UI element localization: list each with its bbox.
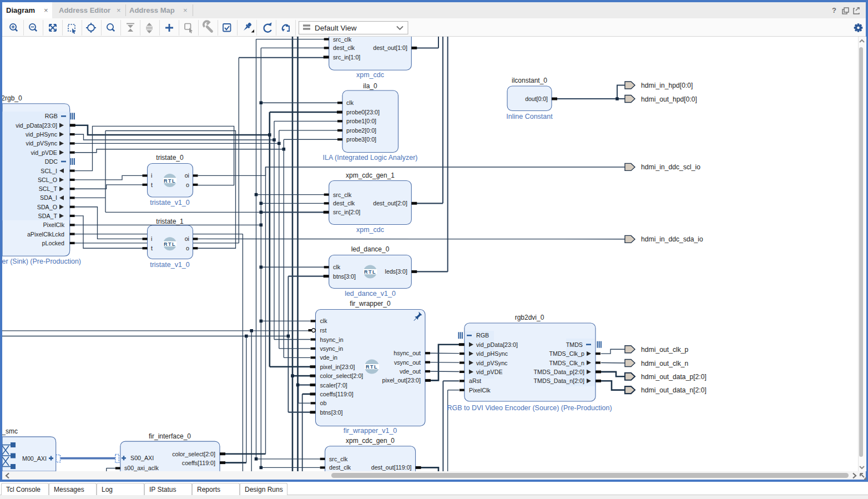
svg-text:tristate_0: tristate_0	[156, 154, 184, 162]
svg-text:ob: ob	[320, 400, 327, 406]
svg-text:tristate_v1_0: tristate_v1_0	[150, 199, 190, 206]
svg-text:Default View: Default View	[315, 24, 357, 32]
svg-text:oi: oi	[185, 235, 189, 242]
svg-text:vid_pVDE: vid_pVDE	[476, 369, 503, 375]
svg-text:SDA_I: SDA_I	[40, 194, 57, 201]
svg-text:pixel_in[23:0]: pixel_in[23:0]	[320, 364, 355, 370]
svg-text:M00_AXI: M00_AXI	[22, 455, 47, 462]
svg-text:src_clk: src_clk	[329, 456, 348, 462]
svg-text:PixelClk: PixelClk	[43, 221, 64, 228]
svg-text:clk: clk	[346, 99, 354, 106]
svg-text:fir_wrapper_v1_0: fir_wrapper_v1_0	[344, 427, 397, 435]
svg-text:o: o	[186, 182, 189, 188]
svg-text:vde_in: vde_in	[320, 354, 338, 361]
svg-text:RTL: RTL	[164, 178, 176, 184]
svg-text:dest_out[119:0]: dest_out[119:0]	[371, 464, 412, 471]
svg-text:axi_smc: axi_smc	[2, 427, 18, 435]
svg-text:i: i	[151, 235, 152, 242]
svg-text:color_select[2:0]: color_select[2:0]	[320, 372, 364, 379]
svg-text:vid_pHSync: vid_pHSync	[26, 131, 58, 138]
svg-text:rst: rst	[320, 327, 327, 334]
svg-text:coeffs[119:0]: coeffs[119:0]	[182, 460, 215, 466]
svg-text:dest_clk: dest_clk	[333, 200, 355, 206]
svg-text:scaler[7:0]: scaler[7:0]	[320, 382, 347, 389]
svg-text:vid_pHSync: vid_pHSync	[476, 350, 508, 357]
svg-text:dvi2rgb_0: dvi2rgb_0	[2, 94, 22, 102]
svg-text:SCL_O: SCL_O	[38, 177, 57, 183]
svg-text:SCL_T: SCL_T	[39, 185, 58, 192]
svg-text:src_clk: src_clk	[333, 191, 352, 198]
svg-text:fir_interface_0: fir_interface_0	[149, 432, 191, 440]
svg-text:RGB to DVI Video Encoder (Sour: RGB to DVI Video Encoder (Source) (Pre-P…	[447, 404, 612, 412]
svg-text:der (Sink) (Pre-Production): der (Sink) (Pre-Production)	[2, 258, 81, 265]
svg-text:hdmi_out_clk_p: hdmi_out_clk_p	[641, 346, 689, 354]
svg-text:dest_out[1:0]: dest_out[1:0]	[373, 44, 407, 51]
svg-text:RTL: RTL	[366, 364, 378, 370]
svg-text:t: t	[151, 182, 153, 188]
svg-text:TMDS_Data_p[2:0]: TMDS_Data_p[2:0]	[534, 369, 585, 375]
svg-text:vid_pData[23:0]: vid_pData[23:0]	[16, 122, 57, 129]
svg-text:s00_axi_aclk: s00_axi_aclk	[124, 465, 159, 471]
svg-text:hdmi_in_hpd[0:0]: hdmi_in_hpd[0:0]	[641, 82, 693, 89]
svg-text:xpm_cdc_gen_1: xpm_cdc_gen_1	[346, 172, 395, 179]
svg-text:pixel_out[23:0]: pixel_out[23:0]	[382, 377, 421, 384]
svg-text:hdmi_out_clk_n: hdmi_out_clk_n	[641, 360, 688, 367]
svg-text:RTL: RTL	[164, 241, 176, 247]
svg-text:TMDS_Clk_p: TMDS_Clk_p	[549, 350, 584, 357]
svg-text:Inline Constant: Inline Constant	[506, 113, 553, 120]
svg-text:i: i	[151, 172, 152, 179]
svg-text:rgb2dvi_0: rgb2dvi_0	[515, 314, 544, 321]
svg-text:leds[3:0]: leds[3:0]	[385, 268, 407, 275]
svg-text:src_in[2:0]: src_in[2:0]	[333, 209, 360, 215]
svg-text:dout[0:0]: dout[0:0]	[525, 95, 548, 102]
svg-text:tristate_v1_0: tristate_v1_0	[150, 261, 190, 269]
svg-text:clk: clk	[320, 317, 328, 324]
svg-text:tristate_1: tristate_1	[156, 218, 184, 225]
svg-text:dest_clk: dest_clk	[329, 464, 351, 471]
svg-text:SDA_T: SDA_T	[38, 213, 58, 219]
svg-text:hdmi_out_data_p[2:0]: hdmi_out_data_p[2:0]	[641, 373, 706, 381]
svg-text:o: o	[186, 245, 189, 251]
svg-text:SDA_O: SDA_O	[37, 204, 57, 210]
svg-text:hsync_out: hsync_out	[393, 350, 421, 356]
svg-text:probe3[0:0]: probe3[0:0]	[346, 136, 376, 143]
svg-text:ILA (Integrated Logic Analyzer: ILA (Integrated Logic Analyzer)	[323, 154, 418, 162]
svg-text:RGB: RGB	[476, 332, 489, 339]
svg-text:vid_pData[23:0]: vid_pData[23:0]	[476, 341, 518, 348]
svg-text:hdmi_in_ddc_scl_io: hdmi_in_ddc_scl_io	[641, 163, 700, 171]
svg-text:aRst: aRst	[469, 377, 481, 384]
svg-text:probe2[0:0]: probe2[0:0]	[346, 127, 376, 134]
svg-text:src_in[1:0]: src_in[1:0]	[333, 54, 360, 61]
svg-text:TMDS_Clk_n: TMDS_Clk_n	[549, 360, 584, 366]
svg-text:RTL: RTL	[364, 269, 376, 275]
svg-text:ilconstant_0: ilconstant_0	[512, 77, 547, 84]
svg-text:xpm_cdc_gen_0: xpm_cdc_gen_0	[346, 437, 395, 445]
svg-text:t: t	[151, 245, 153, 251]
svg-text:PixelClk: PixelClk	[469, 387, 491, 394]
svg-text:DDC: DDC	[45, 158, 58, 165]
svg-text:fir_wrapper_0: fir_wrapper_0	[350, 300, 391, 308]
svg-text:vid_pVSync: vid_pVSync	[476, 360, 508, 366]
svg-text:vsync_out: vsync_out	[394, 359, 421, 366]
svg-text:vid_pVDE: vid_pVDE	[31, 149, 57, 156]
svg-text:S00_AXI: S00_AXI	[130, 455, 154, 461]
svg-text:TMDS: TMDS	[566, 341, 583, 348]
svg-text:led_dance_v1_0: led_dance_v1_0	[345, 290, 396, 298]
svg-text:xpm_cdc: xpm_cdc	[356, 71, 384, 79]
svg-text:probe1[0:0]: probe1[0:0]	[346, 118, 376, 124]
svg-text:xpm_cdc: xpm_cdc	[356, 226, 384, 234]
svg-text:hdmi_in_ddc_sda_io: hdmi_in_ddc_sda_io	[641, 235, 703, 243]
svg-text:SCL_I: SCL_I	[41, 168, 57, 174]
svg-text:hdmi_out_hpd[0:0]: hdmi_out_hpd[0:0]	[641, 95, 697, 103]
svg-text:RGB: RGB	[45, 113, 58, 119]
svg-text:hdmi_out_data_n[2:0]: hdmi_out_data_n[2:0]	[641, 386, 706, 394]
svg-text:TMDS_Data_n[2:0]: TMDS_Data_n[2:0]	[534, 377, 585, 384]
svg-text:btns[3:0]: btns[3:0]	[333, 273, 356, 280]
svg-text:vid_pVSync: vid_pVSync	[26, 140, 58, 147]
svg-text:color_select[2:0]: color_select[2:0]	[172, 451, 215, 457]
svg-text:btns[3:0]: btns[3:0]	[320, 409, 343, 416]
svg-text:pLocked: pLocked	[42, 240, 64, 246]
svg-text:vde_out: vde_out	[400, 368, 421, 375]
svg-text:led_dance_0: led_dance_0	[351, 245, 390, 253]
svg-text:dest_out[2:0]: dest_out[2:0]	[373, 200, 407, 206]
